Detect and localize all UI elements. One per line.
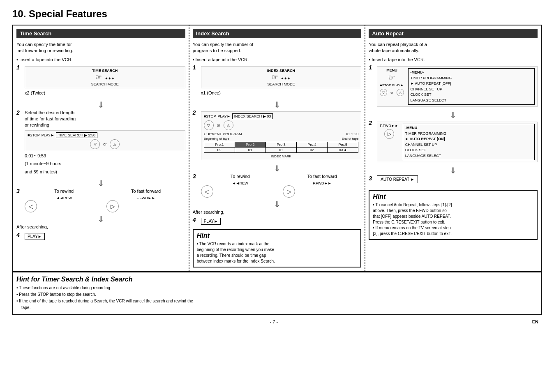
section-index-search: Index Search You can specify the number … <box>189 25 366 271</box>
time-search-step4: 4 PLAY► <box>16 232 185 241</box>
idx-arrow2: ⇓ <box>193 164 362 173</box>
index-search-play-btn: PLAY► <box>201 218 221 225</box>
time-search-step1-diagram: TIME SEARCH ☞ ✦✦✦ SEARCH MODE <box>25 66 185 88</box>
index-search-step1-diagram: INDEX SEARCH ☞ ✦✦✦ SEARCH MODE <box>201 66 362 88</box>
top-sections: Time Search You can specify the time for… <box>13 25 541 272</box>
auto-repeat-step3: 3 AUTO REPEAT ► <box>369 175 538 183</box>
auto-repeat-intro: You can repeat playback of a whole tape … <box>369 42 538 54</box>
time-search-play-btn: PLAY► <box>25 233 45 240</box>
arrow1: ⇓ <box>16 101 185 109</box>
index-search-step1: 1 INDEX SEARCH ☞ ✦✦✦ SEARCH MODE x1 (Onc… <box>193 65 362 98</box>
index-search-intro: You can specify the number of programs t… <box>193 42 362 54</box>
index-search-bullet1: • Insert a tape into the VCR. <box>193 57 362 63</box>
ar-arrow2: ⇓ <box>369 166 538 175</box>
time-search-step2: 2 Select the desired length of time for … <box>16 110 185 177</box>
time-search-step3: 3 To rewind ◄◄REW ◁ To fast forward F.FW… <box>16 188 185 212</box>
auto-repeat-btn: AUTO REPEAT ► <box>377 175 418 183</box>
program-table: Pro.1 Pro.2 Pro.3 Pro.4 Pro.5 02 01 01 0… <box>204 142 359 153</box>
time-search-header: Time Search <box>16 29 185 38</box>
section-auto-repeat: Auto Repeat You can repeat playback of a… <box>365 25 541 271</box>
index-search-header: Index Search <box>193 29 362 38</box>
footer-lang: EN <box>532 319 538 324</box>
idx-arrow3: ⇓ <box>193 200 362 208</box>
time-search-intro: You can specify the time for fast forwar… <box>16 42 185 54</box>
index-search-step2-diagram: ■STOP PLAY► INDEX SEARCH ▶ 03 ▽ or △ CUR… <box>201 111 362 160</box>
footer: - 7 - EN <box>12 318 542 326</box>
auto-repeat-step2-diagram: F.FWD►► ▷ -MENU- TIMER PROGRAMMING ► AUT… <box>377 122 538 162</box>
index-search-step4: 4 PLAY► <box>193 217 362 226</box>
auto-repeat-step1: 1 MENU ☞ ■STOP PLAY► <box>369 65 538 108</box>
main-content: Time Search You can specify the time for… <box>12 25 542 315</box>
index-search-step2: 2 ■STOP PLAY► INDEX SEARCH ▶ 03 ▽ or △ <box>193 110 362 162</box>
arrow2: ⇓ <box>16 179 185 187</box>
time-search-step1: 1 TIME SEARCH ☞ ✦✦✦ SEARCH MODE x2 (Twic… <box>16 65 185 98</box>
time-search-bullet1: • Insert a tape into the VCR. <box>16 57 185 63</box>
auto-repeat-hint: Hint • To cancel Auto Repeat, follow ste… <box>369 190 538 240</box>
auto-repeat-header: Auto Repeat <box>369 29 538 38</box>
time-search-step2-diagram: ■STOP PLAY► TIME SEARCH ▶ 2:50 ▽ or △ <box>25 130 185 151</box>
page-title: 10. Special Features <box>12 8 542 20</box>
index-search-step3: 3 To rewind ◄◄REW ◁ To fast forward F.FW… <box>193 173 362 198</box>
bottom-hint: Hint for Timer Search & Index Search • T… <box>13 272 541 314</box>
ar-arrow1: ⇓ <box>369 111 538 119</box>
section-time-search: Time Search You can specify the time for… <box>13 25 189 271</box>
auto-repeat-step2: 2 F.FWD►► ▷ -MENU- TIMER PROGRAMMING ► A… <box>369 120 538 164</box>
footer-page: - 7 - <box>16 319 532 324</box>
arrow3: ⇓ <box>16 215 185 223</box>
auto-repeat-bullet1: • Insert a tape into the VCR. <box>369 57 538 63</box>
idx-arrow1: ⇓ <box>193 101 362 109</box>
auto-repeat-step1-diagram: MENU ☞ ■STOP PLAY► ▽ or △ <box>377 66 538 107</box>
index-search-hint: Hint • The VCR records an index mark at … <box>193 229 362 267</box>
